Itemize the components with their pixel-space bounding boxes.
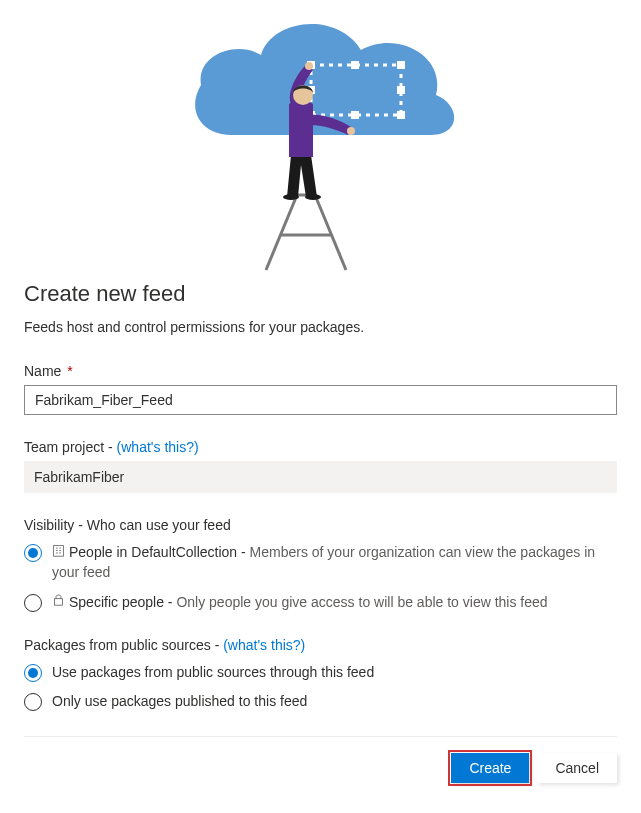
svg-point-14 — [305, 194, 321, 200]
field-name: Name * — [24, 363, 617, 415]
page-subtitle: Feeds host and control permissions for y… — [24, 319, 617, 335]
public-sources-label: Packages from public sources - (what's t… — [24, 637, 617, 653]
cancel-button[interactable]: Cancel — [537, 753, 617, 783]
team-project-value: FabrikamFiber — [24, 461, 617, 493]
radio-input[interactable] — [24, 544, 42, 562]
team-project-label: Team project - (what's this?) — [24, 439, 617, 455]
field-public-sources: Packages from public sources - (what's t… — [24, 637, 617, 712]
svg-rect-5 — [351, 111, 359, 119]
svg-rect-6 — [397, 111, 405, 119]
radio-input[interactable] — [24, 664, 42, 682]
svg-rect-8 — [397, 86, 405, 94]
page-title: Create new feed — [24, 281, 617, 307]
divider — [24, 736, 617, 737]
name-label: Name * — [24, 363, 617, 379]
visibility-label: Visibility - Who can use your feed — [24, 517, 617, 533]
visibility-option-label: People in DefaultCollection - Members of… — [52, 543, 617, 583]
create-button[interactable]: Create — [451, 753, 529, 783]
radio-input[interactable] — [24, 594, 42, 612]
radio-input[interactable] — [24, 693, 42, 711]
visibility-option-org[interactable]: People in DefaultCollection - Members of… — [24, 543, 617, 583]
radio-label: Use packages from public sources through… — [52, 663, 617, 683]
hero-illustration — [24, 0, 617, 275]
svg-point-13 — [283, 194, 299, 200]
svg-rect-25 — [54, 599, 62, 606]
svg-rect-2 — [351, 61, 359, 69]
required-marker: * — [67, 363, 72, 379]
field-visibility: Visibility - Who can use your feed Peopl… — [24, 517, 617, 613]
visibility-option-label: Specific people - Only people you give a… — [52, 593, 617, 613]
org-icon — [52, 543, 65, 563]
public-sources-option-only[interactable]: Only use packages published to this feed — [24, 692, 617, 712]
svg-line-9 — [266, 195, 297, 270]
svg-rect-3 — [397, 61, 405, 69]
lock-icon — [52, 592, 65, 612]
svg-point-15 — [305, 62, 313, 70]
radio-label: Only use packages published to this feed — [52, 692, 617, 712]
svg-point-16 — [347, 127, 355, 135]
field-team-project: Team project - (what's this?) FabrikamFi… — [24, 439, 617, 493]
public-sources-help-link[interactable]: (what's this?) — [223, 637, 305, 653]
public-sources-option-use[interactable]: Use packages from public sources through… — [24, 663, 617, 683]
team-project-help-link[interactable]: (what's this?) — [117, 439, 199, 455]
dialog-actions: Create Cancel — [24, 753, 617, 783]
svg-line-10 — [315, 195, 346, 270]
visibility-option-specific[interactable]: Specific people - Only people you give a… — [24, 593, 617, 613]
svg-rect-18 — [54, 545, 64, 556]
name-input[interactable] — [24, 385, 617, 415]
